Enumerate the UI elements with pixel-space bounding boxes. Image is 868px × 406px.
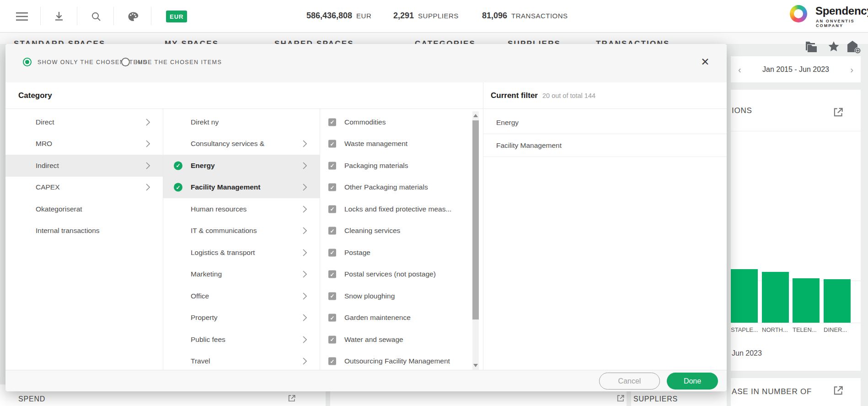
checkbox-checked-icon[interactable]: ✓ bbox=[328, 184, 336, 191]
checkbox-checked-icon[interactable]: ✓ bbox=[328, 314, 336, 322]
category-level2-row[interactable]: IT & communications bbox=[163, 220, 320, 242]
category-level1-row[interactable]: Direct bbox=[5, 111, 163, 133]
cancel-button[interactable]: Cancel bbox=[599, 373, 660, 390]
checkbox-checked-icon[interactable]: ✓ bbox=[328, 292, 336, 300]
checkbox-checked-icon[interactable]: ✓ bbox=[328, 249, 336, 256]
kpi-value: 586,436,808 bbox=[306, 11, 352, 21]
category-level2-row[interactable]: Public fees bbox=[163, 329, 320, 351]
scroll-up-icon[interactable] bbox=[473, 114, 478, 117]
category-level2-row[interactable]: Travel bbox=[163, 351, 320, 370]
open-external-icon[interactable] bbox=[287, 394, 296, 403]
category-level2-row[interactable]: Logistics & transport bbox=[163, 242, 320, 264]
kpi-label: SUPPLIERS bbox=[418, 12, 459, 20]
checkbox-checked-icon[interactable]: ✓ bbox=[328, 118, 336, 126]
checkbox-checked-icon[interactable]: ✓ bbox=[328, 271, 336, 278]
category-level2-row[interactable]: Marketing bbox=[163, 264, 320, 286]
category-level3-row[interactable]: ✓Postal services (not postage) bbox=[320, 264, 472, 286]
bar[interactable] bbox=[762, 272, 789, 323]
category-level2-row[interactable]: Direkt ny bbox=[163, 111, 320, 133]
current-filter-item[interactable]: Facility Management bbox=[483, 134, 727, 157]
panel-title: SPEND bbox=[18, 395, 45, 403]
checkbox-checked-icon[interactable]: ✓ bbox=[328, 205, 336, 213]
current-filter-item[interactable]: Energy bbox=[483, 111, 727, 134]
category-level1-list: DirectMROIndirectCAPEXOkategoriseratInte… bbox=[5, 109, 163, 370]
selected-check-icon: ✓ bbox=[174, 161, 182, 170]
checkbox-checked-icon[interactable]: ✓ bbox=[328, 357, 336, 365]
close-icon[interactable]: ✕ bbox=[697, 54, 713, 70]
category-level3-row[interactable]: ✓Waste management bbox=[320, 133, 472, 155]
category-label: Energy bbox=[191, 162, 215, 170]
checkbox-checked-icon[interactable]: ✓ bbox=[328, 162, 336, 169]
modal-title: Category bbox=[18, 82, 52, 109]
home-add-icon[interactable] bbox=[846, 39, 862, 54]
category-label: Okategoriserat bbox=[36, 205, 82, 213]
category-level3-row[interactable]: ✓Garden maintenence bbox=[320, 307, 472, 329]
open-external-icon[interactable] bbox=[616, 394, 625, 403]
scrollbar-thumb[interactable] bbox=[472, 120, 479, 319]
category-level3-row[interactable]: ✓Water and sewage bbox=[320, 329, 472, 351]
bar[interactable] bbox=[793, 278, 820, 323]
checkbox-checked-icon[interactable]: ✓ bbox=[328, 336, 336, 343]
scroll-down-icon[interactable] bbox=[473, 364, 478, 367]
download-icon[interactable] bbox=[50, 8, 68, 25]
category-label: CAPEX bbox=[36, 183, 60, 191]
category-level1-row[interactable]: Indirect bbox=[5, 155, 163, 177]
currency-badge[interactable]: EUR bbox=[166, 11, 187, 22]
category-level3-row[interactable]: ✓Postage bbox=[320, 242, 472, 264]
category-level2-row[interactable]: ✓Facility Management bbox=[163, 177, 320, 199]
bar[interactable] bbox=[731, 269, 758, 323]
category-level3-row[interactable]: ✓Snow ploughing bbox=[320, 285, 472, 307]
top-bar: EUR 586,436,808EUR2,291SUPPLIERS81,096TR… bbox=[0, 0, 868, 32]
spaces-folders-icon[interactable] bbox=[803, 39, 819, 54]
radio-unselected-icon[interactable] bbox=[121, 58, 130, 66]
kpi-stat: 2,291SUPPLIERS bbox=[393, 11, 459, 21]
search-icon[interactable] bbox=[87, 8, 105, 25]
app-root: STANDARD SPACESMY SPACESSHARED SPACESCAT… bbox=[0, 0, 868, 406]
category-level3-row[interactable]: ✓Commodities bbox=[320, 111, 472, 133]
date-prev-icon[interactable]: ‹ bbox=[738, 65, 741, 74]
category-level3-row[interactable]: ✓Cleaning services bbox=[320, 220, 472, 242]
scrollbar[interactable] bbox=[472, 111, 479, 370]
category-level3-list: ✓Commodities✓Waste management✓Packaging … bbox=[320, 109, 483, 370]
bar[interactable] bbox=[824, 279, 851, 323]
category-level2-row[interactable]: Property bbox=[163, 307, 320, 329]
radio-selected-icon[interactable] bbox=[23, 58, 32, 66]
category-level3-row[interactable]: ✓Locks and fixed protective meas... bbox=[320, 198, 472, 220]
category-label: Postage bbox=[344, 249, 370, 257]
category-level1-row[interactable]: CAPEX bbox=[5, 177, 163, 199]
category-label: Water and sewage bbox=[344, 336, 403, 344]
date-next-icon[interactable]: › bbox=[850, 65, 853, 74]
category-level2-row[interactable]: Human resources bbox=[163, 198, 320, 220]
chevron-right-icon bbox=[146, 140, 150, 147]
palette-icon[interactable] bbox=[124, 8, 142, 25]
open-external-icon[interactable] bbox=[832, 384, 844, 396]
current-filter-title: Current filter bbox=[491, 91, 538, 100]
category-label: MRO bbox=[36, 140, 52, 148]
category-level3-row[interactable]: ✓Packaging materials bbox=[320, 155, 472, 177]
category-label: Postal services (not postage) bbox=[344, 270, 436, 278]
radio-label: HIDE THE CHOSEN ITEMS bbox=[136, 59, 222, 65]
category-level2-row[interactable]: Office bbox=[163, 285, 320, 307]
category-label: Direct bbox=[36, 118, 54, 126]
current-filter-list: EnergyFacility Management bbox=[483, 109, 727, 370]
radio-hide-chosen[interactable]: HIDE THE CHOSEN ITEMS bbox=[121, 58, 222, 66]
kpi-stat: 586,436,808EUR bbox=[306, 11, 371, 21]
checkbox-checked-icon[interactable]: ✓ bbox=[328, 140, 336, 148]
divider bbox=[40, 7, 41, 25]
category-level1-row[interactable]: Okategoriserat bbox=[5, 198, 163, 220]
menu-icon[interactable] bbox=[13, 8, 31, 25]
category-label: Snow ploughing bbox=[344, 292, 395, 300]
category-level3-row[interactable]: ✓Other Packaging materials bbox=[320, 177, 472, 199]
category-level3-row[interactable]: ✓Outsourcing Facility Management bbox=[320, 351, 472, 370]
category-level2-row[interactable]: ✓Energy bbox=[163, 155, 320, 177]
category-label: Packaging materials bbox=[344, 162, 408, 170]
category-level2-row[interactable]: Consultancy services & bbox=[163, 133, 320, 155]
category-level1-row[interactable]: MRO bbox=[5, 133, 163, 155]
chevron-right-icon bbox=[303, 206, 307, 213]
category-level1-row[interactable]: Internal transactions bbox=[5, 220, 163, 242]
chevron-right-icon bbox=[303, 249, 307, 256]
date-range-picker[interactable]: ‹ Jan 2015 - Jun 2023 › bbox=[731, 56, 861, 82]
favorite-star-icon[interactable] bbox=[826, 39, 841, 54]
checkbox-checked-icon[interactable]: ✓ bbox=[328, 227, 336, 235]
done-button[interactable]: Done bbox=[667, 373, 718, 390]
